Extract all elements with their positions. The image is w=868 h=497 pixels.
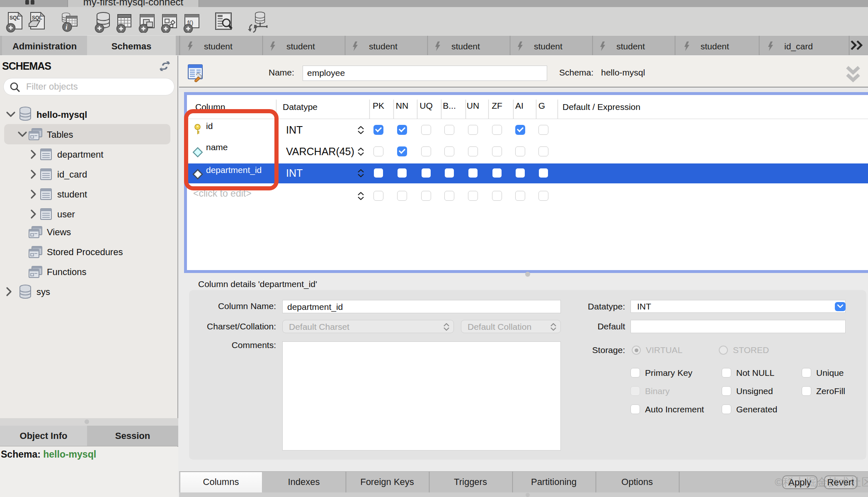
- svg-text:id_card: id_card: [784, 41, 813, 51]
- svg-text:student: student: [534, 41, 563, 51]
- svg-text:student: student: [616, 41, 645, 51]
- svg-text:student: student: [369, 41, 398, 51]
- svg-text:student: student: [204, 41, 233, 51]
- svg-text:student: student: [451, 41, 480, 51]
- svg-text:i: i: [65, 23, 68, 31]
- svg-text:student: student: [701, 41, 729, 51]
- svg-text:student: student: [286, 41, 315, 51]
